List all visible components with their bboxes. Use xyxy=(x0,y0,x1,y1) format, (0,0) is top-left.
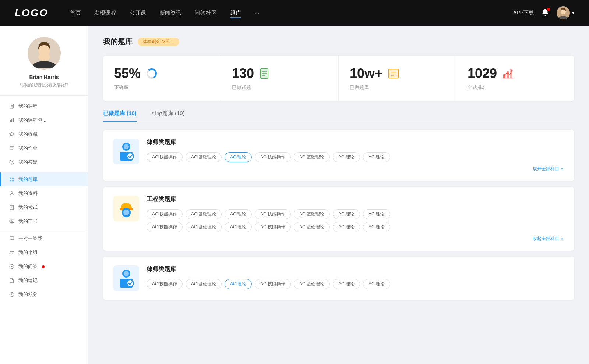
svg-rect-41 xyxy=(260,70,261,71)
sidebar-item-profile[interactable]: 我的资料 xyxy=(0,186,88,200)
bar-icon xyxy=(9,117,15,123)
sidebar-item-notes[interactable]: 我的笔记 xyxy=(0,274,88,288)
nav-question-bank[interactable]: 题库 xyxy=(230,10,241,17)
tab-done-banks[interactable]: 已做题库 (10) xyxy=(103,110,137,122)
nav-home[interactable]: 首页 xyxy=(70,10,81,17)
tag[interactable]: ACI理论 xyxy=(363,222,390,232)
stat-value: 10w+ xyxy=(350,66,382,81)
qbank-icon-engineer xyxy=(113,196,139,221)
navbar: LOGO 首页 发现课程 公开课 新闻资讯 问答社区 题库 ··· APP下载 xyxy=(0,0,589,26)
nav-open-course[interactable]: 公开课 xyxy=(130,10,146,17)
sidebar-item-label: 我的题库 xyxy=(18,176,38,183)
svg-point-56 xyxy=(127,153,134,160)
tag[interactable]: ACI基础理论 xyxy=(294,279,330,289)
tab-bar: 已做题库 (10) 可做题库 (10) xyxy=(103,110,574,122)
tag[interactable]: ACI基础理论 xyxy=(186,209,222,219)
qbank-body-2: 工程类题库 ACI技能操作 ACI基础理论 ACI理论 ACI技能操作 ACI基… xyxy=(147,196,564,242)
tag[interactable]: ACI技能操作 xyxy=(147,152,183,162)
cert-icon xyxy=(9,218,15,224)
navbar-right: APP下载 ▾ xyxy=(513,6,574,19)
nav-discover[interactable]: 发现课程 xyxy=(94,10,116,17)
nav-qa[interactable]: 问答社区 xyxy=(195,10,217,17)
notification-bell[interactable] xyxy=(541,8,549,18)
sidebar-item-label: 我的笔记 xyxy=(18,277,38,284)
svg-rect-14 xyxy=(10,148,13,148)
svg-rect-18 xyxy=(10,178,11,179)
sidebar-item-label: 我的考试 xyxy=(18,204,38,211)
tag[interactable]: ACI理论 xyxy=(333,209,360,219)
svg-rect-20 xyxy=(10,180,11,181)
tag[interactable]: ACI基础理论 xyxy=(186,152,222,162)
svg-rect-11 xyxy=(13,118,14,122)
stat-value: 130 xyxy=(232,66,254,81)
tags-row-2a: ACI技能操作 ACI基础理论 ACI理论 ACI技能操作 ACI基础理论 AC… xyxy=(147,209,564,219)
tag[interactable]: ACI基础理论 xyxy=(294,222,330,232)
sidebar-item-one-on-one[interactable]: 一对一答疑 xyxy=(0,232,88,246)
tag[interactable]: ACI技能操作 xyxy=(255,222,291,232)
group-icon xyxy=(9,250,15,256)
sidebar-item-certificate[interactable]: 我的证书 xyxy=(0,214,88,228)
sidebar-item-question-bank[interactable]: 我的题库 xyxy=(0,172,88,186)
tag[interactable]: ACI理论 xyxy=(333,279,360,289)
sidebar-item-label: 我的作业 xyxy=(18,145,38,151)
main-content: 我的题库 体验剩余23天！ 55% 正确率 xyxy=(88,26,589,364)
sidebar-item-points[interactable]: 我的积分 xyxy=(0,288,88,301)
tag[interactable]: ACI理论 xyxy=(363,209,390,219)
sidebar-item-my-qa[interactable]: 我的问答 xyxy=(0,260,88,274)
sidebar-item-exam[interactable]: 我的考试 xyxy=(0,200,88,214)
tag[interactable]: ACI技能操作 xyxy=(255,152,291,162)
list-icon xyxy=(9,145,15,151)
tag[interactable]: ACI理论 xyxy=(363,279,390,289)
tag[interactable]: ACI技能操作 xyxy=(255,209,291,219)
tags-row-1: ACI技能操作 ACI基础理论 ACI理论 ACI技能操作 ACI基础理论 AC… xyxy=(147,152,564,162)
svg-rect-21 xyxy=(12,180,14,181)
svg-rect-9 xyxy=(10,120,11,122)
tag[interactable]: ACI基础理论 xyxy=(186,222,222,232)
nav-more[interactable]: ··· xyxy=(254,10,259,17)
tags-row-2b: ACI技能操作 ACI基础理论 ACI理论 ACI技能操作 ACI基础理论 AC… xyxy=(147,222,564,232)
tag[interactable]: ACI理论 xyxy=(333,222,360,232)
star-icon xyxy=(9,131,15,137)
user-avatar xyxy=(557,6,570,19)
sidebar-item-qa[interactable]: 我的答疑 xyxy=(0,155,88,169)
tag[interactable]: ACI基础理论 xyxy=(186,279,222,289)
bar-chart-icon xyxy=(501,67,515,80)
sidebar-item-homework[interactable]: 我的作业 xyxy=(0,141,88,155)
notebook-icon xyxy=(258,67,272,80)
user-avatar-button[interactable]: ▾ xyxy=(557,6,574,19)
tag[interactable]: ACI基础理论 xyxy=(294,152,330,162)
app-download-btn[interactable]: APP下载 xyxy=(513,10,534,16)
tab-available-banks[interactable]: 可做题库 (10) xyxy=(151,110,185,122)
tag[interactable]: ACI理论 xyxy=(225,222,252,232)
sidebar-item-group[interactable]: 我的小组 xyxy=(0,246,88,260)
divider2 xyxy=(0,230,88,230)
collapse-link-2[interactable]: 收起全部科目 ∧ xyxy=(147,236,564,242)
tag[interactable]: ACI理论 xyxy=(333,152,360,162)
qbank-name-2: 工程类题库 xyxy=(147,196,564,203)
svg-rect-44 xyxy=(389,69,398,78)
svg-rect-42 xyxy=(260,72,261,74)
tags-row-3: ACI技能操作 ACI基础理论 ACI理论 ACI技能操作 ACI基础理论 AC… xyxy=(147,279,564,289)
expand-link-1[interactable]: 展开全部科目 ∨ xyxy=(147,166,564,172)
sidebar: Brian Harris 错误的决定比没有决定要好 我的课程 我的课程包... xyxy=(0,26,88,364)
nav-news[interactable]: 新闻资讯 xyxy=(159,10,181,17)
sidebar-item-collection[interactable]: 我的收藏 xyxy=(0,127,88,141)
svg-rect-23 xyxy=(10,205,13,210)
profile-avatar xyxy=(28,37,61,70)
sidebar-item-course[interactable]: 我的课程 xyxy=(0,99,88,113)
svg-rect-10 xyxy=(11,119,12,122)
tag[interactable]: ACI技能操作 xyxy=(147,279,183,289)
tag[interactable]: ACI技能操作 xyxy=(255,279,291,289)
tag[interactable]: ACI技能操作 xyxy=(147,209,183,219)
tag[interactable]: ACI基础理论 xyxy=(294,209,330,219)
tag-active[interactable]: ACI理论 xyxy=(225,279,252,289)
sidebar-item-label: 我的问答 xyxy=(18,263,38,270)
qbank-body-3: 律师类题库 ACI技能操作 ACI基础理论 ACI理论 ACI技能操作 ACI基… xyxy=(147,265,564,289)
tag[interactable]: ACI技能操作 xyxy=(147,222,183,232)
stat-label: 正确率 xyxy=(114,84,209,91)
stat-value: 1029 xyxy=(468,66,497,81)
tag[interactable]: ACI理论 xyxy=(225,209,252,219)
tag[interactable]: ACI理论 xyxy=(363,152,390,162)
tag-active[interactable]: ACI理论 xyxy=(225,152,252,162)
sidebar-item-course-pack[interactable]: 我的课程包... xyxy=(0,113,88,127)
